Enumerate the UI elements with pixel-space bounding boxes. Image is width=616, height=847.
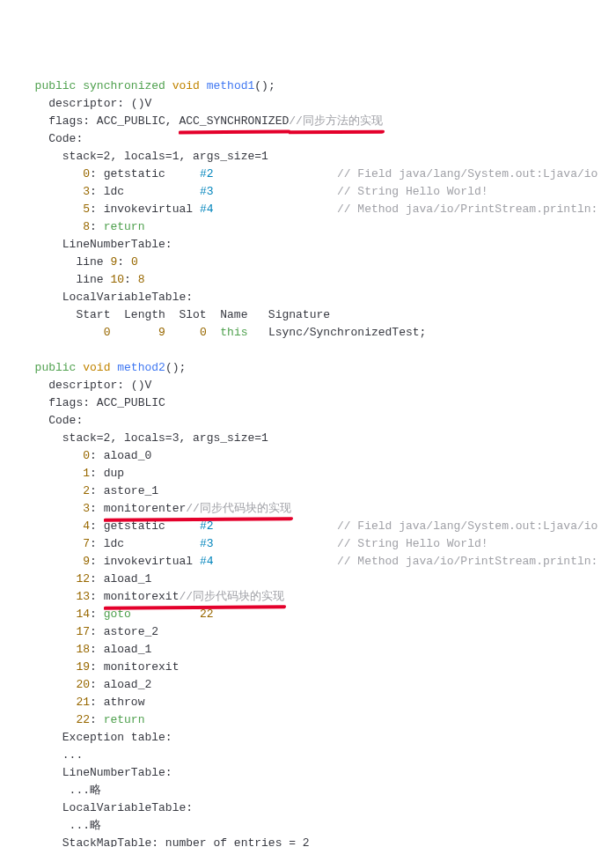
lnt-line: line (76, 255, 103, 269)
opcode: monitorexit (104, 660, 180, 674)
keyword-void: void (172, 79, 200, 92)
colon: : (117, 255, 124, 269)
opcode: aload_1 (104, 643, 152, 656)
opcode: athrow (104, 696, 145, 709)
comment: // Method java/io/PrintStream.println: (337, 555, 598, 568)
paren-semi: (); (254, 79, 275, 92)
offset: 0 (83, 167, 90, 180)
offset: 20 (76, 678, 90, 691)
code-label: Code: (48, 132, 83, 145)
offset: 12 (76, 572, 90, 586)
lvt-start: 0 (104, 326, 111, 339)
code-block: public synchronized void method1(); desc… (21, 79, 598, 847)
offset: 4 (83, 519, 90, 533)
comment: // Field java/lang/System.out:Ljava/io (337, 519, 598, 533)
offset: 5 (83, 203, 90, 216)
line-no: 10 (110, 273, 124, 286)
comment-sync-block: //同步代码块的实现 (186, 502, 291, 515)
exception-table-label: Exception table: (62, 731, 172, 744)
lvt-sig: Lsync/SynchronizedTest; (268, 326, 426, 339)
lvt-name-this: this (220, 326, 247, 339)
omitted: ...略 (70, 819, 101, 832)
lvt-header: Start Length Slot Name Signature (76, 308, 330, 321)
opcode: aload_2 (104, 678, 152, 691)
offset: 7 (83, 537, 90, 550)
keyword-public: public (35, 79, 77, 92)
const-ref: #2 (200, 167, 214, 180)
pc: 0 (131, 255, 138, 269)
descriptor: descriptor: ()V (48, 97, 151, 110)
acc-synchronized-underlined: ACC_SYNCHRONIZED (179, 113, 289, 130)
opcode-return: return (104, 713, 145, 726)
const-ref: #2 (200, 519, 214, 533)
offset: 18 (76, 643, 90, 656)
opcode: ldc (104, 537, 124, 550)
branch-target: 22 (200, 608, 214, 621)
opcode-monitorenter: monitorenter (104, 502, 187, 515)
lvt-slot: 0 (200, 326, 207, 339)
opcode-return: return (104, 220, 145, 233)
code-label: Code: (48, 414, 83, 427)
opcode: invokevirtual (104, 203, 193, 216)
offset: 14 (76, 608, 90, 621)
offset: 3 (83, 185, 90, 198)
opcode: aload_1 (104, 572, 152, 586)
opcode: ldc (104, 185, 124, 198)
comment-sync-block: //同步代码块的实现 (179, 590, 284, 603)
const-ref: #3 (200, 185, 214, 198)
line-number-table-label: LineNumberTable: (62, 238, 172, 251)
stack-info: stack=2, locals=1, args_size=1 (62, 150, 268, 163)
offset: 21 (76, 696, 90, 709)
comment: // String Hello World! (337, 185, 488, 198)
stack-map-table: StackMapTable: number_of_entries = 2 (62, 836, 310, 847)
keyword-public: public (35, 361, 77, 374)
method-name: method1 (207, 79, 255, 92)
opcode-monitorexit: monitorexit (104, 590, 180, 603)
opcode: getstatic (104, 167, 165, 180)
offset: 19 (76, 660, 90, 674)
keyword-synchronized: synchronized (83, 79, 165, 92)
opcode: astore_1 (104, 484, 158, 497)
lvt-length: 9 (158, 326, 165, 339)
dots: ... (62, 748, 83, 762)
comment: // Field java/lang/System.out:Ljava/io (337, 167, 598, 180)
omitted: ...略 (70, 784, 101, 797)
local-variable-table-label: LocalVariableTable: (62, 801, 193, 814)
opcode: invokevirtual (104, 555, 193, 568)
colon: : (124, 273, 131, 286)
comment-sync-method: //同步方法的实现 (289, 113, 383, 130)
stack-info: stack=2, locals=3, args_size=1 (62, 431, 268, 445)
offset: 8 (83, 220, 90, 233)
offset: 2 (83, 484, 90, 497)
offset: 0 (83, 449, 90, 462)
comment: // Method java/io/PrintStream.println: (337, 203, 598, 216)
offset: 17 (76, 625, 90, 638)
const-ref: #4 (200, 203, 214, 216)
const-ref: #3 (200, 537, 214, 550)
flags-prefix: flags: ACC_PUBLIC, (48, 114, 179, 128)
offset: 13 (76, 590, 90, 603)
comment: // String Hello World! (337, 537, 488, 550)
descriptor: descriptor: ()V (48, 379, 151, 392)
flags: flags: ACC_PUBLIC (48, 396, 165, 409)
offset: 22 (76, 713, 90, 726)
paren-semi: (); (165, 361, 186, 374)
keyword-void: void (83, 361, 110, 374)
local-variable-table-label: LocalVariableTable: (62, 291, 193, 304)
offset: 3 (83, 502, 90, 515)
lnt-line: line (76, 273, 103, 286)
opcode: aload_0 (104, 449, 152, 462)
opcode: dup (104, 467, 124, 480)
line-number-table-label: LineNumberTable: (62, 766, 172, 779)
method-name: method2 (117, 361, 165, 374)
offset: 1 (83, 467, 90, 480)
opcode: astore_2 (104, 625, 158, 638)
const-ref: #4 (200, 555, 214, 568)
offset: 9 (83, 555, 90, 568)
pc: 8 (138, 273, 145, 286)
